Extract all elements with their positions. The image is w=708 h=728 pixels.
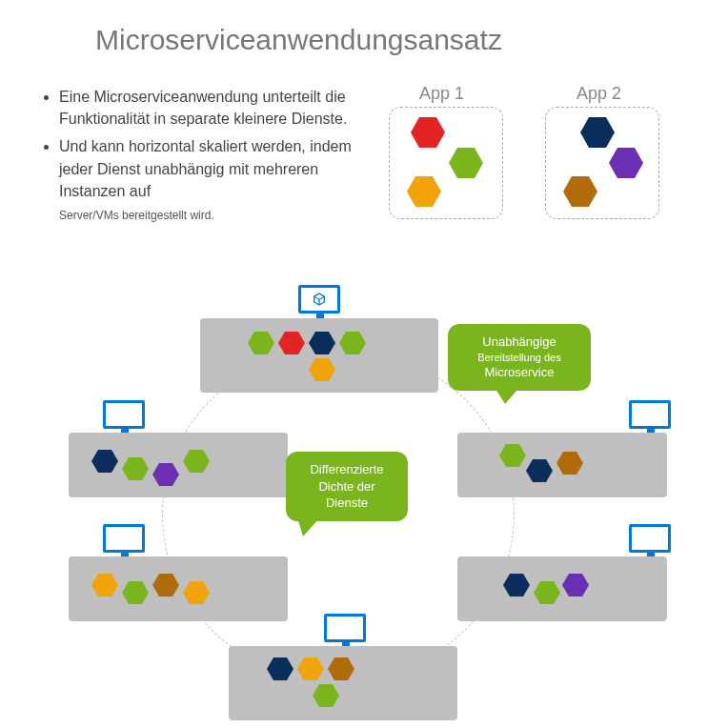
server-left-lower <box>69 556 288 621</box>
hex-brown <box>563 176 597 207</box>
hex-green <box>449 148 483 178</box>
bubble-line: Dienste <box>299 495 394 512</box>
bubble-line: Differenzierte <box>299 461 394 478</box>
app2-box <box>545 107 659 219</box>
hex-navy <box>503 574 530 597</box>
hex-yellow <box>297 657 324 680</box>
hex-navy <box>267 657 293 680</box>
hex-yellow <box>309 358 335 381</box>
hex-green <box>534 581 560 604</box>
bullet-sub: Server/VMs bereitgestellt wird. <box>59 208 383 224</box>
hex-green <box>313 684 339 707</box>
hex-purple <box>152 463 179 486</box>
app1-label: App 1 <box>419 84 464 104</box>
server-left-upper <box>69 433 288 497</box>
app2-label: App 2 <box>577 84 621 104</box>
bubble-line: Dichte der <box>299 478 394 495</box>
hex-red <box>278 332 305 354</box>
hex-yellow <box>183 581 210 604</box>
hex-purple <box>562 574 589 597</box>
bubble-line: Bereitstellung des <box>461 351 577 365</box>
page-title: Microserviceanwendungsansatz <box>95 24 502 56</box>
hex-green <box>248 332 274 354</box>
hex-purple <box>609 148 643 178</box>
hex-green <box>122 581 149 604</box>
bullets: Eine Microserviceanwendung unterteilt di… <box>40 86 383 224</box>
server-right-upper <box>457 433 667 497</box>
hex-green <box>339 332 366 354</box>
hex-yellow <box>407 176 441 207</box>
server-top <box>200 318 438 393</box>
bubble-line: Unabhängige <box>461 334 577 351</box>
hex-navy <box>580 117 615 148</box>
hex-navy <box>526 459 553 482</box>
hex-green <box>122 457 149 480</box>
server-bottom <box>229 646 457 720</box>
bubble-tail-icon <box>297 517 320 536</box>
bullet-2: Und kann horizontal skaliert werden, ind… <box>59 135 383 202</box>
hex-green <box>183 450 210 473</box>
hex-brown <box>152 574 179 597</box>
hex-navy <box>91 450 118 473</box>
hex-navy <box>309 332 335 354</box>
hex-brown <box>328 657 354 680</box>
hex-red <box>411 117 445 148</box>
bubble-independent: Unabhängige Bereitstellung des Microserv… <box>448 324 591 391</box>
monitor-icon <box>298 285 342 323</box>
hex-yellow <box>91 574 118 597</box>
bubble-density: Differenzierte Dichte der Dienste <box>286 452 408 521</box>
hex-green <box>499 444 526 467</box>
hex-brown <box>556 452 583 475</box>
server-right-lower <box>457 556 667 621</box>
bubble-tail-icon <box>496 389 518 404</box>
bullet-1: Eine Microserviceanwendung unterteilt di… <box>59 86 383 130</box>
app1-box <box>389 107 503 219</box>
bubble-line: Microservice <box>461 364 577 381</box>
cube-icon <box>312 292 327 307</box>
